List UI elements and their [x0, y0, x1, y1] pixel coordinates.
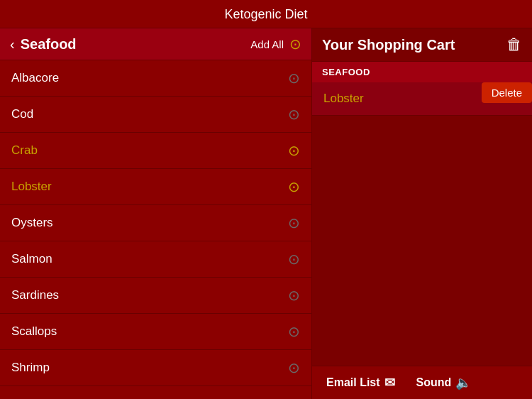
right-footer: Email List ✉ Sound 🔈 [312, 366, 532, 399]
food-item-check-icon: ⊙ [288, 178, 300, 195]
add-all-button[interactable]: Add All [250, 38, 284, 50]
add-all-check-icon: ⊙ [289, 35, 301, 53]
cart-section-seafood: SEAFOOD [312, 62, 532, 82]
food-list-item[interactable]: Tilapia⊙ [0, 386, 311, 399]
left-header: ‹ Seafood Add All ⊙ [0, 28, 311, 60]
email-list-label: Email List [326, 376, 380, 389]
food-list-item[interactable]: Lobster⊙ [0, 169, 311, 205]
sound-label: Sound [416, 376, 452, 389]
food-item-name: Oysters [11, 216, 53, 230]
food-item-check-icon: ⊙ [288, 214, 300, 231]
main-container: ‹ Seafood Add All ⊙ Albacore⊙Cod⊙Crab⊙Lo… [0, 28, 532, 399]
cart-header: Your Shopping Cart 🗑 [312, 28, 532, 62]
food-item-check-icon: ⊙ [288, 251, 300, 268]
food-item-check-icon: ⊙ [288, 359, 300, 376]
food-list: Albacore⊙Cod⊙Crab⊙Lobster⊙Oysters⊙Salmon… [0, 60, 311, 399]
food-item-name: Scallops [11, 324, 57, 339]
food-item-name: Sardines [11, 288, 59, 302]
cart-item-name: Lobster [323, 92, 364, 106]
food-item-check-icon: ⊙ [288, 323, 300, 340]
food-item-check-icon: ⊙ [288, 395, 300, 399]
food-list-item[interactable]: Scallops⊙ [0, 314, 311, 350]
food-item-name: Crab [11, 143, 38, 158]
app-title-bar: Ketogenic Diet [0, 0, 532, 28]
category-title: Seafood [21, 36, 251, 53]
app-title: Ketogenic Diet [224, 7, 307, 21]
food-list-item[interactable]: Cod⊙ [0, 97, 311, 133]
food-list-item[interactable]: Salmon⊙ [0, 241, 311, 278]
email-icon: ✉ [384, 375, 395, 390]
cart-item-row: LobsterDelete [312, 82, 532, 116]
email-list-button[interactable]: Email List ✉ [326, 375, 395, 390]
food-item-name: Lobster [11, 180, 52, 194]
food-list-item[interactable]: Sardines⊙ [0, 278, 311, 314]
back-button[interactable]: ‹ [10, 36, 15, 53]
food-list-item[interactable]: Crab⊙ [0, 133, 311, 169]
food-item-name: Cod [11, 107, 33, 121]
food-list-item[interactable]: Albacore⊙ [0, 60, 311, 97]
food-list-item[interactable]: Shrimp⊙ [0, 350, 311, 386]
cart-items-area: LobsterDelete [312, 82, 532, 366]
trash-icon[interactable]: 🗑 [506, 35, 522, 54]
food-item-check-icon: ⊙ [288, 142, 300, 159]
left-panel: ‹ Seafood Add All ⊙ Albacore⊙Cod⊙Crab⊙Lo… [0, 28, 312, 399]
food-item-name: Shrimp [11, 361, 50, 375]
food-item-check-icon: ⊙ [288, 106, 300, 123]
right-panel: Your Shopping Cart 🗑 SEAFOOD LobsterDele… [312, 28, 532, 399]
food-item-name: Albacore [11, 71, 59, 85]
delete-button[interactable]: Delete [482, 82, 532, 103]
cart-title: Your Shopping Cart [322, 37, 455, 53]
food-item-check-icon: ⊙ [288, 287, 300, 304]
food-list-item[interactable]: Oysters⊙ [0, 205, 311, 241]
sound-icon: 🔈 [455, 375, 471, 390]
food-item-check-icon: ⊙ [288, 70, 300, 87]
sound-button[interactable]: Sound 🔈 [416, 375, 472, 390]
food-item-name: Salmon [11, 252, 52, 266]
